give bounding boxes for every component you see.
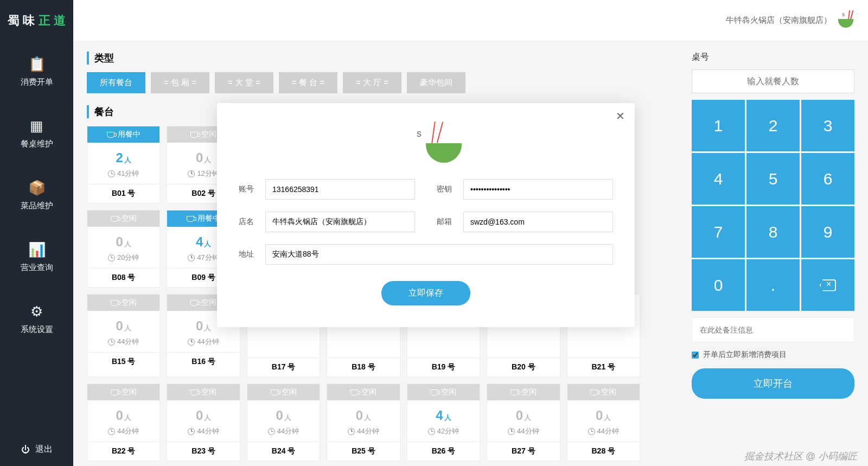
watermark: 掘金技术社区 @ 小码编匠 xyxy=(744,450,857,463)
bowl-icon: s xyxy=(407,130,445,163)
modal-logo: s xyxy=(239,130,613,163)
account-input[interactable] xyxy=(265,179,415,200)
store-label: 店名 xyxy=(239,217,258,227)
secret-input[interactable] xyxy=(463,179,613,200)
close-icon[interactable]: ✕ xyxy=(616,110,625,123)
store-input[interactable] xyxy=(265,212,415,232)
save-button[interactable]: 立即保存 xyxy=(381,281,470,305)
address-input[interactable] xyxy=(265,244,613,265)
email-label: 邮箱 xyxy=(437,217,456,227)
email-input[interactable] xyxy=(463,212,613,232)
address-label: 地址 xyxy=(239,250,258,259)
account-label: 账号 xyxy=(239,184,258,194)
secret-label: 密钥 xyxy=(437,184,456,194)
settings-modal: ✕ s 账号 密钥 店名 邮箱 地址 立即保存 xyxy=(217,103,635,327)
